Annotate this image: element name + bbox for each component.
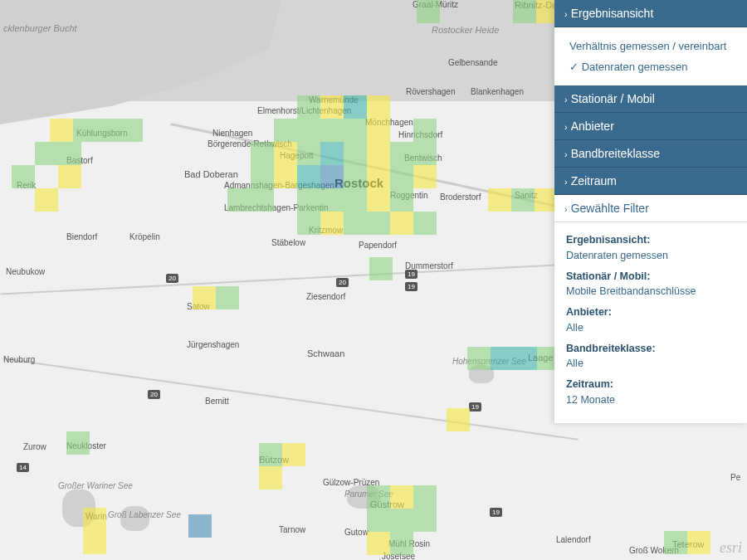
data-cell[interactable] bbox=[297, 165, 320, 188]
data-cell[interactable] bbox=[369, 257, 393, 280]
data-cell[interactable] bbox=[227, 188, 251, 212]
data-cell[interactable] bbox=[120, 119, 143, 142]
section-anbieter[interactable]: ›Anbieter bbox=[554, 113, 747, 140]
place-label: Tarnow bbox=[279, 525, 305, 534]
summary-label: Zeitraum: bbox=[566, 377, 735, 392]
place-label: Gelbensande bbox=[448, 58, 498, 67]
data-cell[interactable] bbox=[58, 142, 81, 165]
data-cell[interactable] bbox=[344, 95, 367, 119]
road-shield: 20 bbox=[336, 278, 349, 287]
section-ergebnisansicht[interactable]: ›Ergebnisansicht bbox=[554, 0, 747, 27]
section-filter[interactable]: ›Gewählte Filter bbox=[554, 195, 747, 222]
data-cell[interactable] bbox=[274, 165, 297, 188]
data-cell[interactable] bbox=[344, 142, 367, 165]
data-cell[interactable] bbox=[320, 119, 344, 142]
data-cell[interactable] bbox=[83, 508, 106, 531]
data-cell[interactable] bbox=[413, 509, 437, 532]
data-cell[interactable] bbox=[297, 142, 320, 165]
data-cell[interactable] bbox=[259, 466, 282, 489]
data-cell[interactable] bbox=[413, 142, 437, 165]
data-cell[interactable] bbox=[251, 142, 274, 165]
data-cell[interactable] bbox=[390, 485, 413, 509]
data-cell[interactable] bbox=[251, 188, 274, 212]
data-cell[interactable] bbox=[467, 347, 491, 370]
data-cell[interactable] bbox=[188, 514, 212, 538]
chevron-right-icon: › bbox=[564, 95, 568, 105]
data-cell[interactable] bbox=[96, 119, 120, 142]
place-label: Bad Doberan bbox=[184, 169, 238, 179]
data-cell[interactable] bbox=[413, 119, 437, 142]
data-cell[interactable] bbox=[367, 212, 390, 235]
data-cell[interactable] bbox=[297, 95, 320, 119]
data-cell[interactable] bbox=[274, 119, 297, 142]
data-cell[interactable] bbox=[73, 119, 96, 142]
data-cell[interactable] bbox=[320, 188, 344, 212]
data-cell[interactable] bbox=[282, 443, 305, 466]
data-cell[interactable] bbox=[367, 485, 390, 509]
data-cell[interactable] bbox=[413, 485, 437, 509]
data-cell[interactable] bbox=[687, 531, 710, 554]
data-cell[interactable] bbox=[491, 347, 514, 370]
data-cell[interactable] bbox=[35, 142, 58, 165]
data-cell[interactable] bbox=[390, 212, 413, 235]
data-cell[interactable] bbox=[274, 142, 297, 165]
data-cell[interactable] bbox=[417, 0, 440, 23]
place-label: Pe bbox=[730, 473, 740, 482]
data-cell[interactable] bbox=[367, 165, 390, 188]
data-cell[interactable] bbox=[390, 188, 413, 212]
data-cell[interactable] bbox=[513, 0, 536, 23]
place-label: Broderstorf bbox=[440, 192, 481, 202]
section-stationaer[interactable]: ›Stationär / Mobil bbox=[554, 85, 747, 113]
data-cell[interactable] bbox=[320, 212, 344, 235]
data-cell[interactable] bbox=[367, 119, 390, 142]
data-cell[interactable] bbox=[367, 142, 390, 165]
data-cell[interactable] bbox=[344, 119, 367, 142]
data-cell[interactable] bbox=[66, 431, 90, 455]
data-cell[interactable] bbox=[297, 212, 320, 235]
data-cell[interactable] bbox=[193, 286, 216, 309]
data-cell[interactable] bbox=[488, 188, 511, 212]
data-cell[interactable] bbox=[216, 286, 239, 309]
option-measured[interactable]: Datenraten gemessen bbox=[569, 56, 732, 77]
data-cell[interactable] bbox=[511, 188, 535, 212]
data-cell[interactable] bbox=[367, 509, 390, 532]
data-cell[interactable] bbox=[390, 165, 413, 188]
data-cell[interactable] bbox=[83, 531, 106, 554]
place-label: Bernitt bbox=[205, 397, 229, 406]
data-cell[interactable] bbox=[390, 532, 413, 555]
data-cell[interactable] bbox=[12, 165, 35, 188]
data-cell[interactable] bbox=[297, 188, 320, 212]
data-cell[interactable] bbox=[297, 119, 320, 142]
attribution-logo: esri bbox=[720, 539, 742, 557]
data-cell[interactable] bbox=[447, 408, 470, 431]
chevron-right-icon: › bbox=[564, 122, 568, 132]
road-shield: 14 bbox=[17, 463, 29, 472]
data-cell[interactable] bbox=[390, 142, 413, 165]
data-cell[interactable] bbox=[320, 142, 344, 165]
summary-label: Anbieter: bbox=[566, 304, 735, 320]
data-cell[interactable] bbox=[344, 165, 367, 188]
section-bandbreite[interactable]: ›Bandbreiteklasse bbox=[554, 140, 747, 168]
section-label: Bandbreiteklasse bbox=[571, 147, 660, 160]
data-cell[interactable] bbox=[390, 509, 413, 532]
option-ratio[interactable]: Verhältnis gemessen / vereinbart bbox=[569, 36, 732, 56]
data-cell[interactable] bbox=[367, 188, 390, 212]
data-cell[interactable] bbox=[320, 95, 344, 119]
data-cell[interactable] bbox=[58, 165, 81, 188]
data-cell[interactable] bbox=[320, 165, 344, 188]
place-label: Blankenhagen bbox=[471, 87, 524, 96]
data-cell[interactable] bbox=[35, 188, 58, 212]
data-cell[interactable] bbox=[367, 95, 390, 119]
section-zeitraum[interactable]: ›Zeitraum bbox=[554, 168, 747, 195]
data-cell[interactable] bbox=[413, 165, 437, 188]
data-cell[interactable] bbox=[664, 531, 687, 554]
data-cell[interactable] bbox=[514, 347, 537, 370]
data-cell[interactable] bbox=[259, 443, 282, 466]
data-cell[interactable] bbox=[344, 212, 367, 235]
data-cell[interactable] bbox=[251, 165, 274, 188]
data-cell[interactable] bbox=[413, 212, 437, 235]
data-cell[interactable] bbox=[50, 119, 73, 142]
data-cell[interactable] bbox=[344, 188, 367, 212]
summary-value: Datenraten gemessen bbox=[566, 248, 735, 264]
data-cell[interactable] bbox=[367, 532, 390, 555]
